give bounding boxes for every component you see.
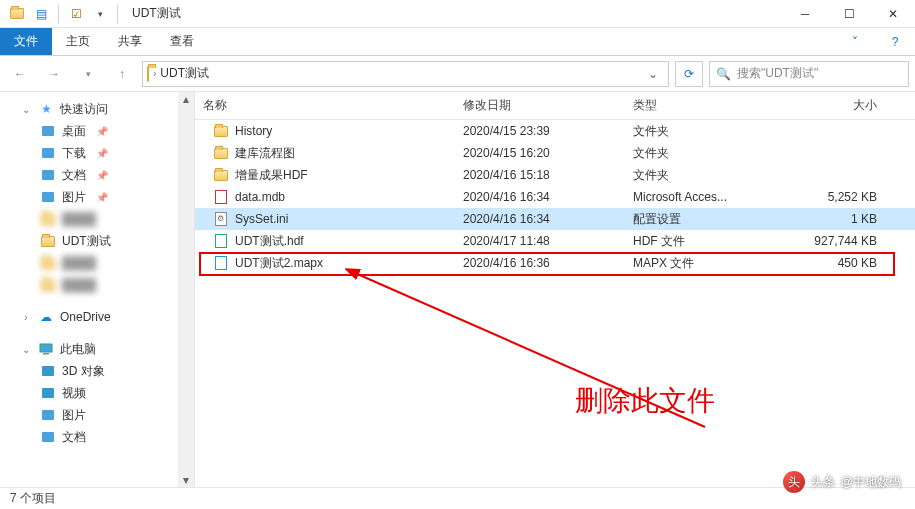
nav-qa-item[interactable]: 图片 — [0, 186, 194, 208]
nav-scrollbar[interactable]: ▴▾ — [178, 92, 194, 487]
nav-item-label: 下载 — [62, 145, 86, 162]
file-row[interactable]: History2020/4/15 23:39文件夹 — [195, 120, 915, 142]
column-date[interactable]: 修改日期 — [455, 97, 625, 114]
nav-item-icon — [40, 123, 56, 139]
nav-qa-item[interactable]: UDT测试 — [0, 230, 194, 252]
nav-item-icon — [40, 407, 56, 423]
nav-back-button[interactable]: ← — [6, 60, 34, 88]
nav-pc-item[interactable]: 3D 对象 — [0, 360, 194, 382]
nav-qa-item[interactable]: 桌面 — [0, 120, 194, 142]
ribbon-tab-share[interactable]: 共享 — [104, 28, 156, 55]
help-icon[interactable]: ? — [875, 28, 915, 55]
chevron-right-icon[interactable]: › — [153, 68, 156, 79]
qat-checkbox-icon[interactable]: ☑ — [65, 3, 87, 25]
file-type-cell: Microsoft Acces... — [625, 190, 775, 204]
collapse-icon[interactable]: ⌄ — [20, 344, 32, 355]
star-icon: ★ — [38, 101, 54, 117]
nav-qa-item[interactable]: ████ — [0, 252, 194, 274]
qat-properties-icon[interactable]: ▤ — [30, 3, 52, 25]
nav-item-icon — [40, 255, 56, 271]
breadcrumb-bar[interactable]: › UDT测试 ⌄ — [142, 61, 669, 87]
file-row[interactable]: SysSet.ini2020/4/16 16:34配置设置1 KB — [195, 208, 915, 230]
nav-label: 快速访问 — [60, 101, 108, 118]
file-type-cell: 文件夹 — [625, 145, 775, 162]
quick-access-toolbar: ▤ ☑ ▾ — [0, 3, 128, 25]
nav-item-label: 文档 — [62, 429, 86, 446]
nav-this-pc[interactable]: ⌄ 此电脑 — [0, 338, 194, 360]
file-icon — [213, 123, 229, 139]
nav-item-icon — [40, 385, 56, 401]
qat-dropdown-icon[interactable]: ▾ — [89, 3, 111, 25]
status-item-count: 7 个项目 — [10, 490, 56, 507]
file-row[interactable]: 建库流程图2020/4/15 16:20文件夹 — [195, 142, 915, 164]
file-name-cell: SysSet.ini — [195, 211, 455, 227]
ribbon-expand-icon[interactable]: ˅ — [835, 28, 875, 55]
file-name-cell: UDT测试2.mapx — [195, 255, 455, 272]
nav-quick-access[interactable]: ⌄ ★ 快速访问 — [0, 98, 194, 120]
nav-item-label: 3D 对象 — [62, 363, 105, 380]
column-name[interactable]: 名称 — [195, 97, 455, 114]
file-row[interactable]: 增量成果HDF2020/4/16 15:18文件夹 — [195, 164, 915, 186]
close-button[interactable]: ✕ — [871, 0, 915, 28]
expand-icon[interactable]: › — [20, 312, 32, 323]
breadcrumb-segment[interactable]: UDT测试 — [160, 65, 209, 82]
file-row[interactable]: UDT测试2.mapx2020/4/16 16:36MAPX 文件450 KB — [195, 252, 915, 274]
nav-item-label: UDT测试 — [62, 233, 111, 250]
ribbon: 文件 主页 共享 查看 ˅ ? — [0, 28, 915, 56]
nav-qa-item[interactable]: ████ — [0, 208, 194, 230]
file-name-cell: 增量成果HDF — [195, 167, 455, 184]
nav-recent-dropdown[interactable]: ▾ — [74, 60, 102, 88]
nav-qa-item[interactable]: 下载 — [0, 142, 194, 164]
nav-label: 此电脑 — [60, 341, 96, 358]
maximize-button[interactable]: ☐ — [827, 0, 871, 28]
pc-icon — [38, 341, 54, 357]
title-bar: ▤ ☑ ▾ UDT测试 ─ ☐ ✕ — [0, 0, 915, 28]
file-list-pane: 名称 修改日期 类型 大小 History2020/4/15 23:39文件夹建… — [195, 92, 915, 487]
nav-pc-item[interactable]: 视频 — [0, 382, 194, 404]
column-size[interactable]: 大小 — [775, 97, 885, 114]
watermark-logo-icon: 头 — [783, 471, 805, 493]
column-type[interactable]: 类型 — [625, 97, 775, 114]
file-date-cell: 2020/4/16 16:34 — [455, 212, 625, 226]
ribbon-tab-home[interactable]: 主页 — [52, 28, 104, 55]
watermark-prefix: 头条 — [811, 474, 835, 491]
nav-onedrive[interactable]: › ☁ OneDrive — [0, 306, 194, 328]
nav-item-label: 视频 — [62, 385, 86, 402]
svg-rect-9 — [42, 432, 54, 442]
nav-qa-item[interactable]: 文档 — [0, 164, 194, 186]
search-icon: 🔍 — [716, 67, 731, 81]
app-icon — [6, 3, 28, 25]
nav-item-label: 图片 — [62, 407, 86, 424]
nav-pc-item[interactable]: 图片 — [0, 404, 194, 426]
file-date-cell: 2020/4/15 23:39 — [455, 124, 625, 138]
file-name-cell: 建库流程图 — [195, 145, 455, 162]
file-type-cell: 配置设置 — [625, 211, 775, 228]
nav-up-button[interactable]: ↑ — [108, 60, 136, 88]
file-size-cell: 5,252 KB — [775, 190, 885, 204]
search-input[interactable]: 🔍 搜索"UDT测试" — [709, 61, 909, 87]
nav-label: OneDrive — [60, 310, 111, 324]
nav-pc-item[interactable]: 文档 — [0, 426, 194, 448]
ribbon-tab-view[interactable]: 查看 — [156, 28, 208, 55]
minimize-button[interactable]: ─ — [783, 0, 827, 28]
separator — [117, 5, 118, 23]
svg-rect-2 — [42, 170, 54, 180]
ribbon-file-tab[interactable]: 文件 — [0, 28, 52, 55]
watermark: 头 头条 @中地数码 — [783, 471, 901, 493]
nav-item-label: 桌面 — [62, 123, 86, 140]
collapse-icon[interactable]: ⌄ — [20, 104, 32, 115]
address-dropdown-icon[interactable]: ⌄ — [642, 67, 664, 81]
file-icon — [213, 167, 229, 183]
nav-item-icon — [40, 145, 56, 161]
nav-item-label: 文档 — [62, 167, 86, 184]
svg-rect-8 — [42, 410, 54, 420]
file-row[interactable]: data.mdb2020/4/16 16:34Microsoft Acces..… — [195, 186, 915, 208]
window-title: UDT测试 — [128, 5, 181, 22]
search-placeholder: 搜索"UDT测试" — [737, 65, 818, 82]
nav-item-label: ████ — [62, 278, 96, 292]
nav-qa-item[interactable]: ████ — [0, 274, 194, 296]
nav-forward-button[interactable]: → — [40, 60, 68, 88]
svg-rect-6 — [42, 366, 54, 376]
file-row[interactable]: UDT测试.hdf2020/4/17 11:48HDF 文件927,744 KB — [195, 230, 915, 252]
refresh-button[interactable]: ⟳ — [675, 61, 703, 87]
